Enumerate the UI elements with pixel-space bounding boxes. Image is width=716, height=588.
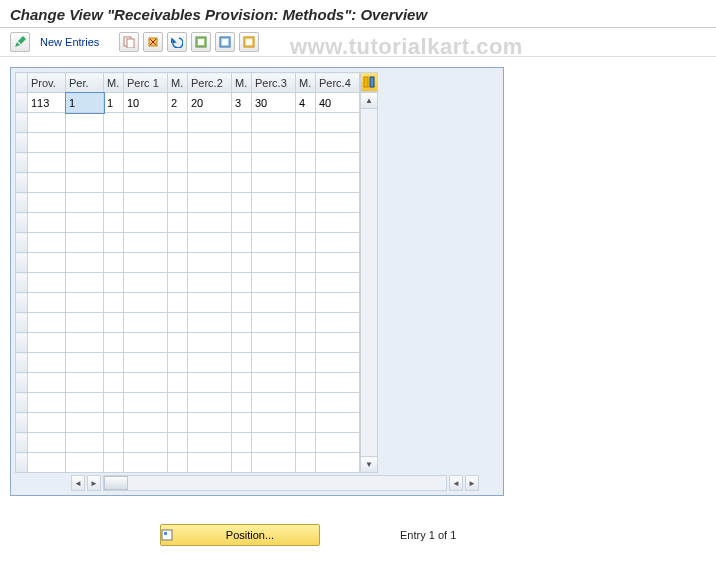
col-m4[interactable]: M.: [296, 73, 316, 93]
cell-perc2: [188, 253, 232, 273]
col-prov[interactable]: Prov.: [28, 73, 66, 93]
cell-perc4: [316, 413, 360, 433]
toggle-change-icon[interactable]: [10, 32, 30, 52]
col-m1[interactable]: M.: [104, 73, 124, 93]
cell-perc3: [252, 173, 296, 193]
vertical-scrollbar[interactable]: ▲ ▼: [360, 92, 378, 473]
cell-m3: [232, 253, 252, 273]
cell-perc3[interactable]: 30: [252, 93, 296, 113]
row-selector[interactable]: [16, 393, 28, 413]
row-selector[interactable]: [16, 113, 28, 133]
row-selector[interactable]: [16, 133, 28, 153]
table-row[interactable]: 1131110220330440: [16, 93, 360, 113]
cell-m1: [104, 133, 124, 153]
row-selector[interactable]: [16, 253, 28, 273]
deselect-all-icon[interactable]: [239, 32, 259, 52]
cell-m4: [296, 213, 316, 233]
table-row[interactable]: [16, 333, 360, 353]
cell-perc2: [188, 453, 232, 473]
row-selector[interactable]: [16, 413, 28, 433]
cell-m2[interactable]: 2: [168, 93, 188, 113]
cell-m4: [296, 433, 316, 453]
row-selector[interactable]: [16, 433, 28, 453]
cell-m1: [104, 253, 124, 273]
table-row[interactable]: [16, 313, 360, 333]
cell-per: [66, 433, 104, 453]
table-row[interactable]: [16, 293, 360, 313]
scroll-down-icon[interactable]: ▼: [361, 456, 377, 472]
row-selector[interactable]: [16, 233, 28, 253]
row-selector[interactable]: [16, 333, 28, 353]
cell-perc2: [188, 233, 232, 253]
cell-per[interactable]: 1: [66, 93, 104, 113]
col-m2[interactable]: M.: [168, 73, 188, 93]
select-block-icon[interactable]: [215, 32, 235, 52]
table-row[interactable]: [16, 213, 360, 233]
table-row[interactable]: [16, 153, 360, 173]
row-selector[interactable]: [16, 373, 28, 393]
hscroll-left-icon[interactable]: ◄: [71, 475, 85, 491]
scroll-up-icon[interactable]: ▲: [361, 93, 377, 109]
cell-perc3: [252, 213, 296, 233]
col-perc3[interactable]: Perc.3: [252, 73, 296, 93]
copy-icon[interactable]: [119, 32, 139, 52]
undo-icon[interactable]: [167, 32, 187, 52]
table-row[interactable]: [16, 393, 360, 413]
row-selector[interactable]: [16, 353, 28, 373]
cell-m4[interactable]: 4: [296, 93, 316, 113]
hscroll-right2-icon[interactable]: ►: [465, 475, 479, 491]
table-row[interactable]: [16, 173, 360, 193]
row-selector[interactable]: [16, 453, 28, 473]
table-row[interactable]: [16, 193, 360, 213]
table-row[interactable]: [16, 113, 360, 133]
table-row[interactable]: [16, 433, 360, 453]
cell-m1[interactable]: 1: [104, 93, 124, 113]
cell-perc2: [188, 333, 232, 353]
row-selector[interactable]: [16, 173, 28, 193]
position-button[interactable]: Position...: [160, 524, 320, 546]
table-row[interactable]: [16, 273, 360, 293]
cell-perc4[interactable]: 40: [316, 93, 360, 113]
delete-icon[interactable]: [143, 32, 163, 52]
table-row[interactable]: [16, 413, 360, 433]
col-m3[interactable]: M.: [232, 73, 252, 93]
cell-perc4: [316, 313, 360, 333]
cell-per: [66, 273, 104, 293]
vscroll-track[interactable]: [361, 109, 377, 456]
horizontal-scrollbar[interactable]: ◄ ► ◄ ►: [15, 475, 499, 491]
hscroll-thumb[interactable]: [104, 476, 128, 490]
col-perc4[interactable]: Perc.4: [316, 73, 360, 93]
cell-perc4: [316, 373, 360, 393]
row-selector[interactable]: [16, 273, 28, 293]
table-row[interactable]: [16, 373, 360, 393]
table-row[interactable]: [16, 133, 360, 153]
row-selector[interactable]: [16, 213, 28, 233]
table-row[interactable]: [16, 353, 360, 373]
cell-m2: [168, 253, 188, 273]
table-row[interactable]: [16, 233, 360, 253]
select-all-icon[interactable]: [191, 32, 211, 52]
row-selector[interactable]: [16, 293, 28, 313]
cell-m4: [296, 293, 316, 313]
cell-prov[interactable]: 113: [28, 93, 66, 113]
hscroll-left2-icon[interactable]: ◄: [449, 475, 463, 491]
cell-perc2[interactable]: 20: [188, 93, 232, 113]
hscroll-track[interactable]: [103, 475, 447, 491]
new-entries-button[interactable]: New Entries: [34, 34, 105, 50]
table-row[interactable]: [16, 453, 360, 473]
row-selector[interactable]: [16, 153, 28, 173]
row-selector[interactable]: [16, 313, 28, 333]
table-settings-icon[interactable]: [360, 72, 378, 92]
col-perc2[interactable]: Perc.2: [188, 73, 232, 93]
hscroll-right-icon[interactable]: ►: [87, 475, 101, 491]
data-grid[interactable]: Prov. Per. M. Perc 1 M. Perc.2 M. Perc.3…: [15, 72, 360, 473]
cell-perc1[interactable]: 10: [124, 93, 168, 113]
row-selector-header[interactable]: [16, 73, 28, 93]
row-selector[interactable]: [16, 93, 28, 113]
col-per[interactable]: Per.: [66, 73, 104, 93]
cell-m3[interactable]: 3: [232, 93, 252, 113]
cell-per: [66, 313, 104, 333]
row-selector[interactable]: [16, 193, 28, 213]
col-perc1[interactable]: Perc 1: [124, 73, 168, 93]
table-row[interactable]: [16, 253, 360, 273]
